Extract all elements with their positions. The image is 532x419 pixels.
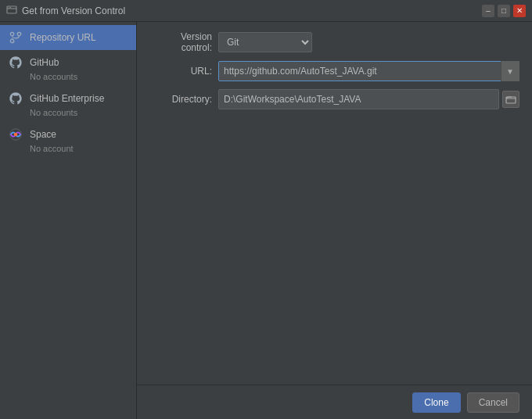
main-layout: Repository URL GitHub No accounts [0, 22, 532, 419]
version-control-label: Version control: [149, 31, 212, 53]
space-icon [8, 127, 23, 142]
svg-rect-0 [7, 6, 16, 13]
github-enterprise-icon [8, 91, 23, 106]
directory-input[interactable] [218, 89, 499, 109]
sidebar-item-github-enterprise-sub: No accounts [8, 108, 128, 117]
url-input-wrapper: ▼ [218, 61, 519, 81]
minimize-button[interactable]: – [482, 5, 494, 17]
sidebar-item-github[interactable]: GitHub No accounts [0, 50, 136, 86]
close-button[interactable]: ✕ [513, 5, 526, 17]
title-bar: Get from Version Control – □ ✕ [0, 0, 532, 22]
directory-row: Directory: [149, 89, 519, 109]
sidebar-item-space[interactable]: Space No account [0, 122, 136, 158]
content-area: Version control: Git Mercurial Subversio… [137, 22, 532, 419]
github-icon [8, 55, 23, 70]
svg-point-9 [14, 133, 18, 137]
sidebar-item-repository-url[interactable]: Repository URL [0, 25, 136, 50]
svg-point-2 [9, 7, 9, 8]
sidebar-item-space-label: Space [30, 129, 56, 140]
browse-button[interactable] [502, 91, 519, 108]
version-control-row: Version control: Git Mercurial Subversio… [149, 31, 519, 53]
sidebar-item-space-sub: No account [8, 144, 128, 153]
sidebar-item-github-sub: No accounts [8, 72, 128, 81]
directory-label: Directory: [149, 94, 212, 105]
maximize-button[interactable]: □ [498, 5, 510, 17]
window-title: Get from Version Control [22, 5, 125, 16]
directory-input-wrapper [218, 89, 519, 109]
url-row: URL: ▼ [149, 61, 519, 81]
cancel-button[interactable]: Cancel [467, 392, 519, 413]
svg-point-5 [17, 32, 20, 35]
svg-point-4 [10, 32, 13, 35]
clone-button[interactable]: Clone [412, 392, 460, 413]
sidebar-item-github-enterprise-label: GitHub Enterprise [30, 93, 104, 104]
window-controls: – □ ✕ [482, 5, 526, 17]
sidebar-item-github-enterprise[interactable]: GitHub Enterprise No accounts [0, 86, 136, 122]
url-label: URL: [149, 66, 212, 77]
sidebar-item-repository-url-label: Repository URL [30, 32, 96, 43]
sidebar: Repository URL GitHub No accounts [0, 22, 137, 419]
version-control-select[interactable]: Git Mercurial Subversion [218, 32, 312, 52]
svg-point-3 [10, 7, 11, 8]
window-icon [6, 4, 17, 17]
url-input[interactable] [218, 61, 519, 81]
vcs-icon [8, 30, 23, 45]
sidebar-item-github-label: GitHub [30, 57, 59, 68]
svg-point-6 [10, 39, 13, 42]
bottom-bar: Clone Cancel [137, 385, 532, 419]
url-dropdown-button[interactable]: ▼ [501, 61, 519, 81]
